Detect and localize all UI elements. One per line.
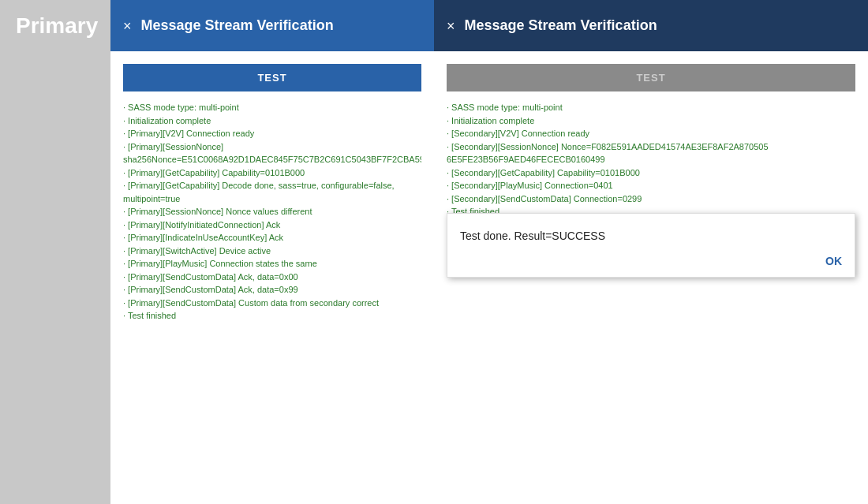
result-text: Test done. Result=SUCCESS bbox=[460, 230, 842, 242]
log-line: · [Secondary][V2V] Connection ready bbox=[447, 127, 855, 140]
log-line: · SASS mode type: multi-point bbox=[447, 101, 855, 114]
primary-title-text: Primary bbox=[16, 13, 98, 39]
log-line: · [Secondary][GetCapability] Capability=… bbox=[447, 166, 855, 180]
log-line: · [Primary][SessionNonce] sha256Nonce=E5… bbox=[123, 140, 421, 166]
log-line: · [Secondary][SendCustomData] Connection… bbox=[447, 192, 855, 206]
secondary-dialog: × Message Stream Verification TEST · SAS… bbox=[434, 0, 868, 504]
ok-button[interactable]: OK bbox=[460, 255, 842, 267]
log-line: · [Primary][V2V] Connection ready bbox=[123, 127, 421, 140]
primary-dialog: × Message Stream Verification TEST · SAS… bbox=[110, 0, 434, 504]
primary-dialog-body: TEST · SASS mode type: multi-point· Init… bbox=[110, 51, 434, 504]
primary-log-area: · SASS mode type: multi-point· Initializ… bbox=[123, 101, 421, 491]
log-line: · SASS mode type: multi-point bbox=[123, 101, 421, 114]
log-line: · [Primary][PlayMusic] Connection states… bbox=[123, 257, 421, 271]
primary-dialog-title: Message Stream Verification bbox=[141, 17, 334, 34]
log-line: · [Secondary][SessionNonce] Nonce=F082E5… bbox=[447, 140, 855, 166]
log-line: · [Primary][SessionNonce] Nonce values d… bbox=[123, 205, 421, 218]
secondary-panel: Secondary × Message Stream Verification … bbox=[434, 0, 868, 504]
secondary-dialog-body: TEST · SASS mode type: multi-point· Init… bbox=[434, 51, 868, 504]
primary-close-button[interactable]: × bbox=[123, 19, 132, 33]
secondary-close-button[interactable]: × bbox=[447, 19, 455, 33]
log-line: · [Secondary][PlayMusic] Connection=0401 bbox=[447, 179, 855, 192]
log-line: · [Primary][SwitchActive] Device active bbox=[123, 245, 421, 258]
log-line: · [Primary][NotifyInitiatedConnection] A… bbox=[123, 218, 421, 232]
log-line: · [Primary][SendCustomData] Ack, data=0x… bbox=[123, 283, 421, 297]
secondary-dialog-title: Message Stream Verification bbox=[465, 17, 657, 34]
result-dialog: Test done. Result=SUCCESS OK bbox=[447, 213, 855, 278]
secondary-test-button: TEST bbox=[447, 64, 855, 91]
log-line: · Initialization complete bbox=[123, 114, 421, 128]
primary-dialog-header: × Message Stream Verification bbox=[110, 0, 434, 51]
log-line: · [Primary][SendCustomData] Custom data … bbox=[123, 297, 421, 310]
log-line: · Initialization complete bbox=[447, 114, 855, 128]
log-line: · Test finished bbox=[123, 309, 421, 323]
primary-test-button[interactable]: TEST bbox=[123, 64, 421, 91]
log-line: · [Primary][SendCustomData] Ack, data=0x… bbox=[123, 271, 421, 284]
primary-panel: Primary × Message Stream Verification TE… bbox=[0, 0, 434, 504]
secondary-log-area: · SASS mode type: multi-point· Initializ… bbox=[447, 101, 855, 491]
log-line: · [Primary][GetCapability] Decode done, … bbox=[123, 179, 421, 205]
log-line: · [Primary][GetCapability] Capability=01… bbox=[123, 166, 421, 180]
secondary-dialog-header: × Message Stream Verification bbox=[434, 0, 868, 51]
log-line: · [Primary][IndicateInUseAccountKey] Ack bbox=[123, 231, 421, 245]
